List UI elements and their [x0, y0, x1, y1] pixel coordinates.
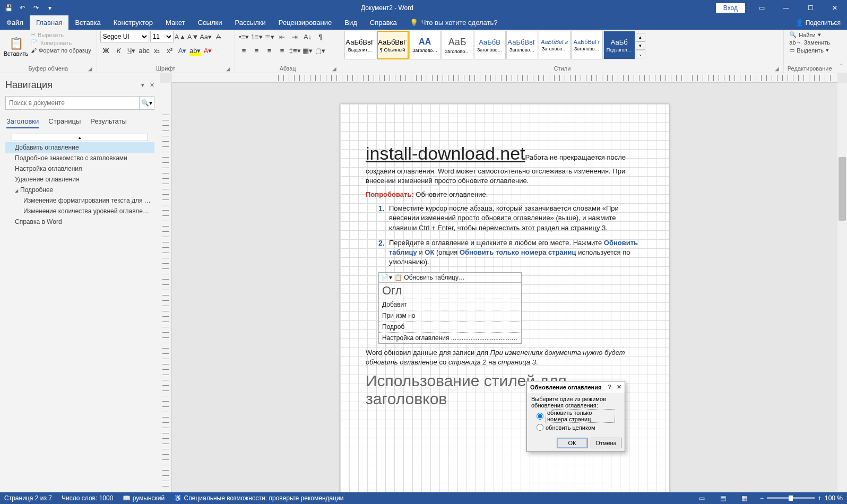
nav-item[interactable]: Добавить оглавление: [5, 142, 154, 153]
toc-menu-icon[interactable]: 📄▾: [381, 274, 392, 281]
styles-gallery[interactable]: АаБбВвГВыделит… АаБбВвГ¶ Обычный ААЗагол…: [344, 31, 645, 60]
paste-button[interactable]: 📋 Вставить: [3, 31, 29, 63]
close-icon[interactable]: ✕: [823, 0, 847, 15]
format-painter-button[interactable]: 🖌 Формат по образцу: [29, 47, 93, 54]
font-color-icon[interactable]: A▾: [202, 45, 214, 56]
scrollbar-thumb[interactable]: [839, 157, 846, 221]
style-item[interactable]: ААЗаголово…: [409, 31, 441, 59]
numbering-icon[interactable]: 1≡▾: [251, 31, 263, 42]
radio-update-pages[interactable]: обновить только номера страниц: [531, 409, 620, 423]
highlight-icon[interactable]: ab▾: [189, 45, 201, 56]
status-page[interactable]: Страница 2 из 7: [4, 494, 52, 502]
clear-format-icon[interactable]: A̶: [213, 31, 224, 42]
styles-launcher-icon[interactable]: ◢: [775, 66, 779, 72]
nav-item[interactable]: Подробное знакомство с заголовками: [5, 153, 154, 163]
horizontal-ruler[interactable]: [172, 73, 837, 83]
nav-tab-headings[interactable]: Заголовки: [6, 117, 39, 128]
tab-references[interactable]: Ссылки: [192, 15, 229, 30]
zoom-out-icon[interactable]: −: [760, 494, 764, 502]
style-item[interactable]: АаБбВвГВыделит…: [344, 31, 376, 59]
undo-icon[interactable]: ↶: [16, 2, 29, 14]
view-web-icon[interactable]: ▦: [739, 493, 750, 503]
text-effects-icon[interactable]: A▾: [177, 45, 188, 56]
bullets-icon[interactable]: •≡▾: [238, 31, 250, 42]
copy-button[interactable]: 📄 Копировать: [29, 39, 93, 47]
vertical-ruler[interactable]: [160, 83, 172, 492]
minimize-icon[interactable]: —: [774, 0, 798, 15]
view-read-icon[interactable]: ▭: [696, 493, 708, 503]
style-item[interactable]: АаБбВвГЗаголово…: [506, 31, 538, 59]
nav-item[interactable]: Удаление оглавления: [5, 174, 154, 185]
nav-close-icon[interactable]: ✕: [150, 82, 154, 89]
style-item[interactable]: АаБбВвГ¶ Обычный: [377, 31, 409, 59]
show-marks-icon[interactable]: ¶: [315, 31, 326, 42]
find-button[interactable]: 🔍 Найти ▾: [787, 31, 823, 39]
nav-tab-results[interactable]: Результаты: [90, 117, 126, 128]
share-button[interactable]: 👤 Поделиться: [796, 15, 847, 30]
search-icon[interactable]: 🔍▾: [139, 97, 154, 109]
increase-indent-icon[interactable]: ⇥: [289, 31, 301, 42]
replace-button[interactable]: ab→ Заменить: [787, 39, 832, 46]
decrease-indent-icon[interactable]: ⇤: [276, 31, 288, 42]
cut-button[interactable]: ✂ Вырезать: [29, 31, 93, 39]
tab-insert[interactable]: Вставка: [68, 15, 107, 30]
collapse-ribbon-icon[interactable]: ˄: [840, 63, 843, 71]
align-center-icon[interactable]: ≡: [251, 45, 263, 56]
nav-item[interactable]: Справка в Word: [5, 216, 154, 227]
ok-button[interactable]: ОК: [557, 438, 587, 448]
radio-input[interactable]: [537, 413, 543, 420]
tell-me-search[interactable]: 💡 Что вы хотите сделать?: [403, 15, 504, 30]
ribbon-display-icon[interactable]: ▭: [749, 0, 774, 15]
status-accessibility[interactable]: ♿ Специальные возможности: проверьте рек…: [174, 494, 343, 502]
font-name-select[interactable]: Segoe UI: [100, 31, 149, 42]
style-item[interactable]: АаБбВвГгЗаголово…: [539, 31, 571, 59]
style-item[interactable]: АаБбПодзагол…: [603, 31, 635, 59]
toc-update-button[interactable]: 📋 Обновить таблицу…: [394, 274, 465, 281]
justify-icon[interactable]: ≡: [276, 45, 288, 56]
underline-icon[interactable]: Ч▾: [126, 45, 137, 56]
nav-search[interactable]: 🔍▾: [5, 96, 154, 110]
style-item[interactable]: АаБбВвГгЗаголово…: [571, 31, 603, 59]
redo-icon[interactable]: ↷: [30, 2, 42, 14]
nav-tab-pages[interactable]: Страницы: [48, 117, 81, 128]
nav-item[interactable]: Настройка оглавления: [5, 163, 154, 174]
align-right-icon[interactable]: ≡: [264, 45, 275, 56]
multilevel-icon[interactable]: ≣▾: [264, 31, 275, 42]
subscript-icon[interactable]: x₂: [151, 45, 163, 56]
line-spacing-icon[interactable]: ‡≡▾: [289, 45, 301, 56]
zoom-value[interactable]: 100 %: [825, 494, 843, 502]
font-size-select[interactable]: 11: [150, 31, 174, 42]
dialog-close-icon[interactable]: ✕: [617, 384, 621, 390]
tab-review[interactable]: Рецензирование: [272, 15, 338, 30]
toc-field[interactable]: 📄▾📋 Обновить таблицу… Огл Добавит При из…: [378, 272, 522, 344]
change-case-icon[interactable]: Aa▾: [200, 31, 212, 42]
superscript-icon[interactable]: x²: [164, 45, 176, 56]
save-icon[interactable]: 💾: [2, 2, 15, 14]
radio-input[interactable]: [537, 424, 543, 431]
bold-icon[interactable]: Ж: [100, 45, 112, 56]
radio-update-all[interactable]: обновить целиком: [531, 423, 620, 431]
nav-item[interactable]: Подробнее: [5, 185, 154, 195]
nav-collapse-icon[interactable]: ▴: [12, 134, 148, 141]
italic-icon[interactable]: К: [113, 45, 125, 56]
style-item[interactable]: АаБбВЗаголово…: [474, 31, 506, 59]
tab-view[interactable]: Вид: [338, 15, 364, 30]
status-language[interactable]: 📖 румынский: [123, 494, 165, 502]
clipboard-launcher-icon[interactable]: ◢: [88, 66, 92, 72]
select-button[interactable]: ▭ Выделить ▾: [787, 46, 831, 54]
qat-more-icon[interactable]: ▾: [44, 2, 56, 14]
tab-design[interactable]: Конструктор: [107, 15, 159, 30]
cancel-button[interactable]: Отмена: [591, 438, 621, 448]
status-words[interactable]: Число слов: 1000: [62, 494, 113, 502]
nav-item[interactable]: Изменение форматирования текста для запи…: [5, 195, 154, 206]
style-item[interactable]: АаБЗаголово…: [442, 31, 473, 59]
tab-file[interactable]: Файл: [0, 15, 30, 30]
nav-menu-icon[interactable]: ▾: [141, 82, 144, 89]
align-left-icon[interactable]: ≡: [238, 45, 250, 56]
dialog-help-icon[interactable]: ?: [608, 384, 611, 390]
borders-icon[interactable]: ▢▾: [315, 45, 326, 56]
shrink-font-icon[interactable]: A▼: [187, 31, 199, 42]
view-print-icon[interactable]: ▤: [718, 493, 729, 503]
maximize-icon[interactable]: ☐: [798, 0, 823, 15]
grow-font-icon[interactable]: A▲: [175, 31, 186, 42]
